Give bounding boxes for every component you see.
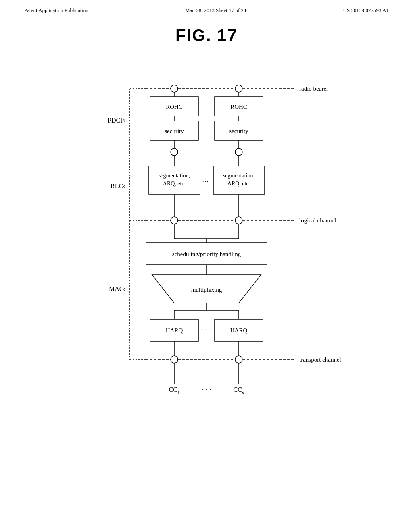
svg-text:‹: ‹ <box>123 117 125 124</box>
diagram-svg: text { font-family: 'Times New Roman', T… <box>65 61 348 484</box>
rohc2-label: ROHC <box>230 104 247 110</box>
harq1-label: HARQ <box>166 327 183 334</box>
svg-rect-25 <box>149 166 200 194</box>
mac-label: MAC <box>109 285 123 292</box>
header-right: US 2013/0077593 A1 <box>343 7 389 14</box>
svg-point-2 <box>235 85 242 92</box>
svg-rect-26 <box>213 166 265 194</box>
scheduling-label: scheduling/priority handling <box>172 251 241 257</box>
rlc-label: RLC <box>111 183 123 189</box>
seg1-line2: ARQ, etc. <box>163 181 186 187</box>
svg-text:‹: ‹ <box>123 183 125 189</box>
svg-point-30 <box>171 217 178 224</box>
radio-bearer-label: radio bearer <box>299 85 328 92</box>
dots2: · · · <box>202 326 211 334</box>
seg2-line1: segmentation, <box>223 172 254 179</box>
diagram-area: text { font-family: 'Times New Roman', T… <box>65 61 348 484</box>
seg1-line1: segmentation, <box>159 172 190 179</box>
pdcp-label: PDCP <box>108 117 124 124</box>
svg-point-31 <box>235 217 242 224</box>
header-middle: Mar. 28, 2013 Sheet 17 of 24 <box>185 7 246 14</box>
header-left: Patent Application Publication <box>24 7 88 14</box>
figure-title: FIG. 17 <box>0 26 413 45</box>
dots1: ... <box>203 176 209 184</box>
harq2-label: HARQ <box>230 327 248 334</box>
rohc1-label: ROHC <box>166 104 183 110</box>
page-header: Patent Application Publication Mar. 28, … <box>0 0 413 14</box>
svg-point-53 <box>235 356 242 363</box>
ccx-label: CCx <box>234 386 244 395</box>
logical-channel-label: logical channel <box>299 217 336 224</box>
svg-text:‹: ‹ <box>123 285 125 292</box>
dots3: · · · <box>202 385 211 393</box>
multiplexing-label: multiplexing <box>191 287 222 293</box>
svg-point-18 <box>171 148 178 156</box>
transport-channel-label: transport channel <box>299 356 341 363</box>
seg2-line2: ARQ, etc. <box>227 181 250 187</box>
security2-label: security <box>229 128 248 134</box>
svg-point-19 <box>235 148 242 156</box>
svg-point-52 <box>171 356 178 363</box>
svg-point-1 <box>171 85 178 92</box>
cc1-label: CC1 <box>169 386 180 395</box>
security1-label: security <box>165 128 184 134</box>
